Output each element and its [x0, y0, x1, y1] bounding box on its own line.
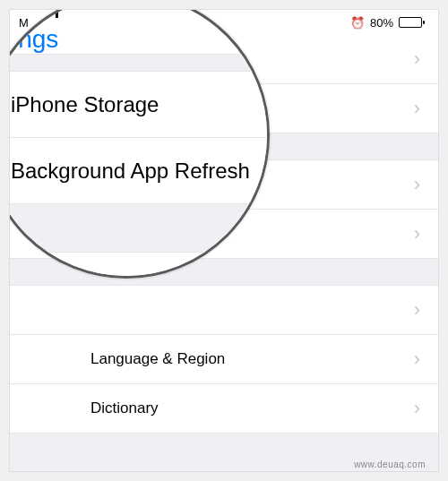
list-row-dictionary[interactable]: Dictionary ›: [10, 384, 438, 434]
section-divider: [9, 54, 270, 72]
chevron-right-icon: ›: [414, 97, 420, 120]
battery-percent: 80%: [370, 16, 393, 30]
chevron-right-icon: ›: [414, 397, 420, 420]
list-row[interactable]: x ›: [10, 286, 438, 335]
time-fragment: M: [19, 16, 29, 30]
row-label: iPhone Storage: [11, 92, 159, 117]
chevron-right-icon: ›: [414, 47, 420, 71]
signal-bar-icon: [56, 9, 58, 18]
row-label: Dictionary: [90, 399, 159, 417]
list-row-language-region[interactable]: Language & Region ›: [10, 335, 438, 384]
chevron-right-icon: ›: [414, 173, 420, 196]
list-row-iphone-storage[interactable]: iPhone Storage: [9, 72, 270, 138]
screenshot-frame: M ⏰ 80% › › › › x › Language & Region: [9, 9, 439, 472]
alarm-icon: ⏰: [350, 16, 365, 30]
chevron-right-icon: ›: [414, 222, 420, 245]
chevron-right-icon: ›: [414, 348, 420, 371]
battery-icon: [399, 17, 422, 28]
watermark: www.deuaq.com: [354, 460, 426, 469]
row-label: Language & Region: [90, 350, 225, 368]
list-row-background-app-refresh[interactable]: Background App Refresh: [9, 138, 270, 204]
row-label: Background App Refresh: [11, 159, 250, 184]
chevron-right-icon: ›: [414, 298, 420, 322]
